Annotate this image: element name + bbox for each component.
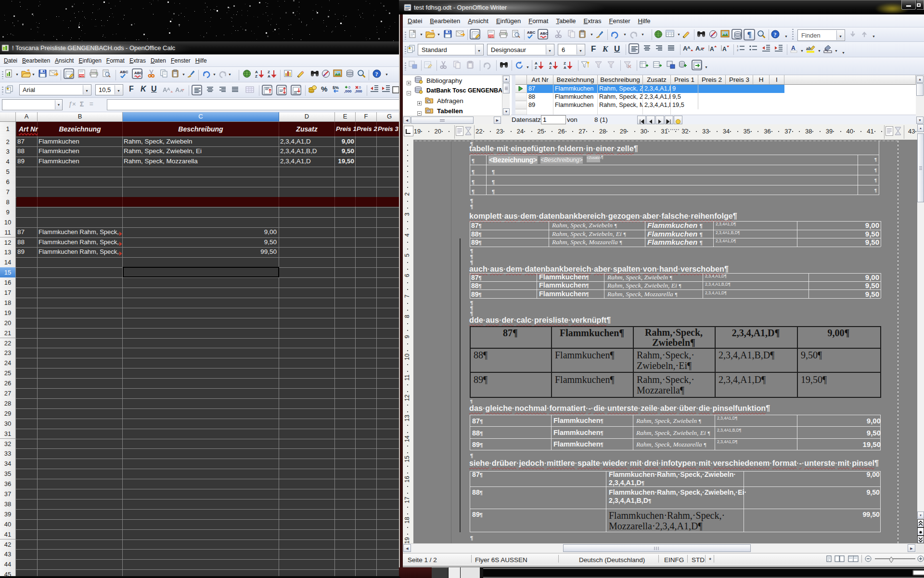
svg-text:PDF: PDF bbox=[489, 35, 495, 38]
svg-text:Z: Z bbox=[564, 61, 566, 66]
svg-text:A: A bbox=[564, 66, 566, 69]
svg-text:1: 1 bbox=[737, 45, 739, 48]
svg-text:?: ? bbox=[774, 31, 777, 38]
svg-text:A: A bbox=[700, 47, 704, 52]
svg-text:ABC: ABC bbox=[527, 30, 536, 35]
svg-text:2: 2 bbox=[737, 49, 739, 52]
svg-text:A: A bbox=[687, 45, 691, 50]
svg-text:A: A bbox=[722, 46, 727, 53]
svg-text:A: A bbox=[535, 61, 538, 66]
svg-text:A: A bbox=[695, 45, 700, 52]
svg-text:A: A bbox=[791, 45, 796, 52]
svg-text:A: A bbox=[549, 61, 552, 66]
svg-text:Z: Z bbox=[535, 66, 537, 69]
svg-text:ABC: ABC bbox=[540, 31, 549, 36]
svg-text:Z: Z bbox=[549, 66, 552, 69]
svg-text:A: A bbox=[710, 46, 714, 53]
